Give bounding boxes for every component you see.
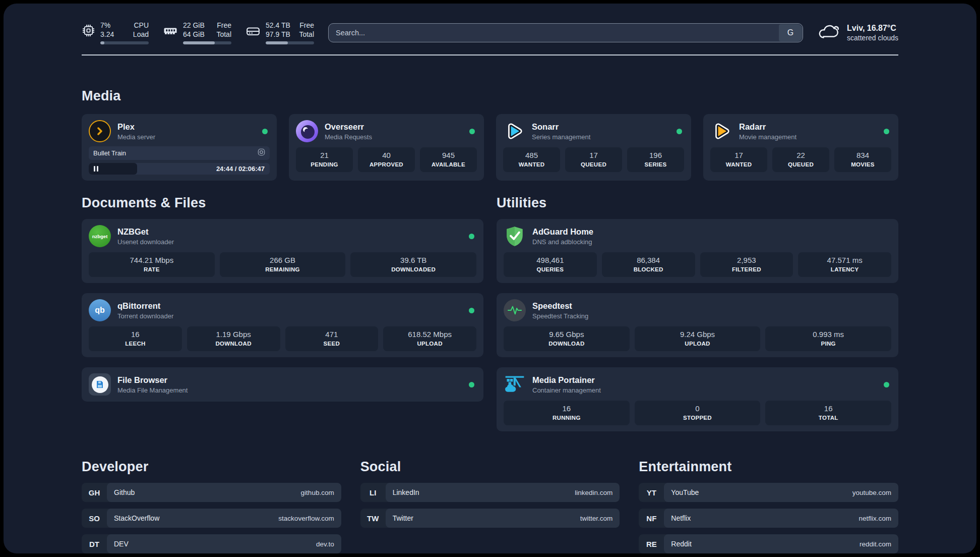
playback-progress-bar: 24:44 / 02:06:47 [89,163,270,175]
utilities-column: Utilities AdGuard Home [497,195,898,441]
app-card-filebrowser[interactable]: File Browser Media File Management [82,367,483,402]
app-name: Overseerr [325,122,372,132]
app-name: Speedtest [532,301,588,311]
entertainment-column: Entertainment YT YouTube youtube.com NF … [639,459,898,553]
disk-total-label: Total [299,30,314,39]
link-reddit[interactable]: RE Reddit reddit.com [639,534,898,553]
app-card-nzbget[interactable]: nzbget NZBGet Usenet downloader 744.21 M… [82,219,483,283]
status-dot [884,129,889,134]
status-dot [677,129,682,134]
cpu-usage-value: 7% [100,21,110,30]
link-github[interactable]: GH Github github.com [82,483,341,502]
documents-column: Documents & Files nzbget NZBGet Usenet d… [82,195,483,441]
plex-now-playing: Bullet Train 24:44 / 02:06:47 [89,146,270,175]
link-dev[interactable]: DT DEV dev.to [82,534,341,553]
weather-widget: Lviv, 16.87°C scattered clouds [817,23,898,42]
link-name: LinkedIn [393,488,419,496]
weather-condition: scattered clouds [847,33,898,42]
app-desc: Container management [532,386,601,395]
nzbget-icon: nzbget [89,225,111,247]
portainer-icon [504,373,526,396]
cpu-usage-label: CPU [134,21,149,30]
app-card-portainer[interactable]: Media Portainer Container management 16 … [497,367,898,431]
app-card-qbittorrent[interactable]: qb qBittorrent Torrent downloader 16 LEE… [82,293,483,357]
sonarr-icon [503,120,525,142]
app-card-speedtest[interactable]: Speedtest Speedtest Tracking 9.65 Gbps D… [497,293,898,357]
stat-queued: 22 QUEUED [772,147,829,172]
link-url: reddit.com [860,540,891,548]
link-netflix[interactable]: NF Netflix netflix.com [639,509,898,528]
cpu-load-value: 3.24 [100,30,114,39]
app-card-adguard[interactable]: AdGuard Home DNS and adblocking 498,461 … [497,219,898,283]
link-linkedin[interactable]: LI LinkedIn linkedin.com [360,483,620,502]
dashboard-page: 7% CPU 3.24 Load [4,4,976,553]
section-title-documents: Documents & Files [82,195,483,211]
header-divider [82,54,898,55]
speedtest-icon [504,299,526,321]
developer-column: Developer GH Github github.com SO StackO… [82,459,341,553]
link-name: Twitter [393,514,413,522]
top-bar: 7% CPU 3.24 Load [82,21,898,44]
app-card-sonarr[interactable]: Sonarr Series management 485 WANTED 17 Q… [496,114,691,181]
link-url: linkedin.com [575,489,612,496]
app-desc: Media server [117,133,155,141]
app-desc: Torrent downloader [117,312,173,320]
link-stackoverflow[interactable]: SO StackOverflow stackoverflow.com [82,509,341,528]
link-name: DEV [114,540,129,548]
stat-upload: 618.52 Mbps UPLOAD [383,326,476,351]
stat-filtered: 2,953 FILTERED [700,252,793,277]
section-title-entertainment: Entertainment [639,459,898,475]
cpu-progress-bar [100,41,149,44]
cpu-widget: 7% CPU 3.24 Load [82,21,149,44]
stat-download: 9.65 Gbps DOWNLOAD [504,326,630,351]
status-dot [884,382,889,387]
stat-stopped: 0 STOPPED [635,401,761,425]
app-name: File Browser [117,375,188,385]
plex-icon [89,120,111,142]
search-input[interactable] [328,23,803,42]
stat-upload: 9.24 Gbps UPLOAD [635,326,761,351]
link-name: Netflix [671,514,691,522]
stat-latency: 47.571 ms LATENCY [798,252,891,277]
app-card-radarr[interactable]: Radarr Movie management 17 WANTED 22 QUE… [703,114,898,181]
ram-icon [163,24,178,39]
now-playing-view-icon[interactable] [258,148,265,158]
link-twitter[interactable]: TW Twitter twitter.com [360,509,620,528]
link-name: StackOverflow [114,514,159,522]
stat-downloaded: 39.6 TB DOWNLOADED [350,252,476,277]
disk-widget: 52.4 TB Free 97.9 TB Total [246,21,314,44]
app-name: Plex [117,122,155,132]
app-card-overseerr[interactable]: Overseerr Media Requests 21 PENDING 40 A… [289,114,484,181]
link-url: twitter.com [580,515,613,522]
playback-time: 24:44 / 02:06:47 [216,165,265,173]
disk-free-value: 52.4 TB [266,21,290,30]
pause-icon [94,164,100,174]
link-url: dev.to [316,540,334,548]
ram-free-label: Free [217,21,231,30]
search-bar: G [328,23,803,42]
stat-wanted: 17 WANTED [710,147,767,172]
ram-total-value: 64 GiB [183,30,205,39]
app-name: Media Portainer [532,375,601,385]
app-desc: Usenet downloader [117,238,174,246]
stat-blocked: 86,384 BLOCKED [602,252,695,277]
weather-location: Lviv, 16.87°C [847,23,898,33]
search-provider-button[interactable]: G [779,24,802,41]
social-column: Social LI LinkedIn linkedin.com TW Twitt… [360,459,620,553]
ram-total-label: Total [216,30,231,39]
ram-free-value: 22 GiB [183,21,205,30]
link-youtube[interactable]: YT YouTube youtube.com [639,483,898,502]
stat-remaining: 266 GB REMAINING [220,252,346,277]
app-name: Radarr [739,122,797,132]
app-desc: Media Requests [325,133,372,141]
disk-total-value: 97.9 TB [266,30,290,39]
section-title-utilities: Utilities [497,195,898,211]
link-url: youtube.com [852,489,891,496]
disk-icon [246,24,261,39]
section-title-developer: Developer [82,459,341,475]
app-desc: Media File Management [117,386,188,395]
link-url: github.com [301,489,334,496]
disk-progress-bar [266,41,314,44]
app-card-plex[interactable]: Plex Media server Bullet Train [82,114,277,181]
scattered-clouds-icon [817,23,840,42]
